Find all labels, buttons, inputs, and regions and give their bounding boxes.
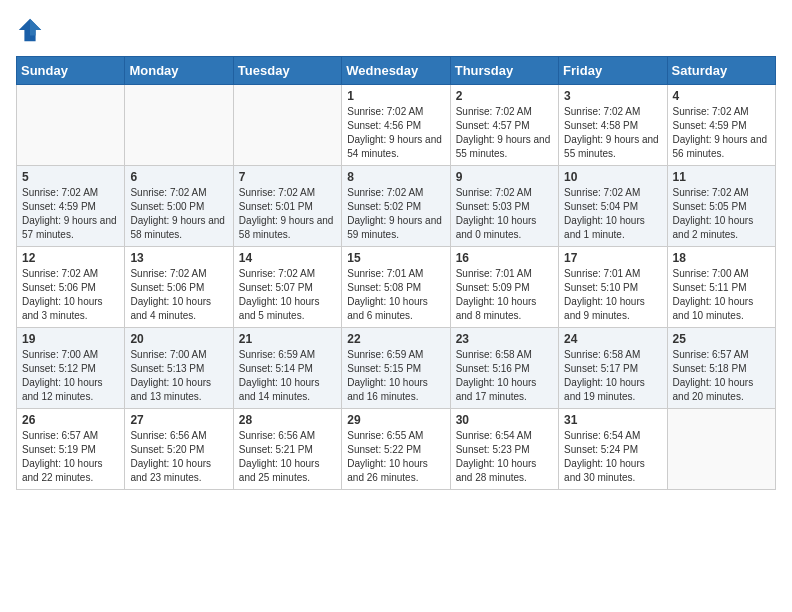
day-info: Sunrise: 7:01 AMSunset: 5:09 PMDaylight:… [456, 267, 553, 323]
day-number: 5 [22, 170, 119, 184]
day-info: Sunrise: 6:58 AMSunset: 5:17 PMDaylight:… [564, 348, 661, 404]
day-number: 24 [564, 332, 661, 346]
weekday-header: Monday [125, 57, 233, 85]
calendar-cell [667, 409, 775, 490]
day-number: 20 [130, 332, 227, 346]
day-number: 26 [22, 413, 119, 427]
day-info: Sunrise: 6:57 AMSunset: 5:18 PMDaylight:… [673, 348, 770, 404]
day-number: 18 [673, 251, 770, 265]
weekday-header: Saturday [667, 57, 775, 85]
day-number: 27 [130, 413, 227, 427]
day-info: Sunrise: 6:54 AMSunset: 5:23 PMDaylight:… [456, 429, 553, 485]
calendar-cell: 24Sunrise: 6:58 AMSunset: 5:17 PMDayligh… [559, 328, 667, 409]
day-number: 22 [347, 332, 444, 346]
day-info: Sunrise: 6:56 AMSunset: 5:21 PMDaylight:… [239, 429, 336, 485]
weekday-header: Sunday [17, 57, 125, 85]
day-info: Sunrise: 7:01 AMSunset: 5:08 PMDaylight:… [347, 267, 444, 323]
day-number: 7 [239, 170, 336, 184]
calendar-week-row: 26Sunrise: 6:57 AMSunset: 5:19 PMDayligh… [17, 409, 776, 490]
calendar-cell: 17Sunrise: 7:01 AMSunset: 5:10 PMDayligh… [559, 247, 667, 328]
day-number: 31 [564, 413, 661, 427]
day-number: 14 [239, 251, 336, 265]
calendar-cell: 8Sunrise: 7:02 AMSunset: 5:02 PMDaylight… [342, 166, 450, 247]
calendar-cell: 25Sunrise: 6:57 AMSunset: 5:18 PMDayligh… [667, 328, 775, 409]
calendar-cell: 15Sunrise: 7:01 AMSunset: 5:08 PMDayligh… [342, 247, 450, 328]
day-info: Sunrise: 6:59 AMSunset: 5:15 PMDaylight:… [347, 348, 444, 404]
calendar-cell: 10Sunrise: 7:02 AMSunset: 5:04 PMDayligh… [559, 166, 667, 247]
day-info: Sunrise: 6:57 AMSunset: 5:19 PMDaylight:… [22, 429, 119, 485]
day-number: 10 [564, 170, 661, 184]
weekday-header: Tuesday [233, 57, 341, 85]
day-number: 17 [564, 251, 661, 265]
day-number: 13 [130, 251, 227, 265]
calendar-cell: 18Sunrise: 7:00 AMSunset: 5:11 PMDayligh… [667, 247, 775, 328]
calendar-cell: 13Sunrise: 7:02 AMSunset: 5:06 PMDayligh… [125, 247, 233, 328]
day-number: 6 [130, 170, 227, 184]
day-info: Sunrise: 7:00 AMSunset: 5:13 PMDaylight:… [130, 348, 227, 404]
day-info: Sunrise: 7:02 AMSunset: 5:06 PMDaylight:… [130, 267, 227, 323]
weekday-header: Wednesday [342, 57, 450, 85]
calendar-cell: 5Sunrise: 7:02 AMSunset: 4:59 PMDaylight… [17, 166, 125, 247]
calendar-cell [233, 85, 341, 166]
calendar-week-row: 12Sunrise: 7:02 AMSunset: 5:06 PMDayligh… [17, 247, 776, 328]
day-number: 25 [673, 332, 770, 346]
calendar-cell: 29Sunrise: 6:55 AMSunset: 5:22 PMDayligh… [342, 409, 450, 490]
day-info: Sunrise: 7:02 AMSunset: 4:58 PMDaylight:… [564, 105, 661, 161]
page-header [16, 16, 776, 44]
day-number: 21 [239, 332, 336, 346]
calendar-cell: 16Sunrise: 7:01 AMSunset: 5:09 PMDayligh… [450, 247, 558, 328]
day-info: Sunrise: 7:00 AMSunset: 5:12 PMDaylight:… [22, 348, 119, 404]
calendar-week-row: 1Sunrise: 7:02 AMSunset: 4:56 PMDaylight… [17, 85, 776, 166]
calendar-cell: 3Sunrise: 7:02 AMSunset: 4:58 PMDaylight… [559, 85, 667, 166]
day-info: Sunrise: 6:58 AMSunset: 5:16 PMDaylight:… [456, 348, 553, 404]
day-number: 3 [564, 89, 661, 103]
calendar-table: SundayMondayTuesdayWednesdayThursdayFrid… [16, 56, 776, 490]
day-info: Sunrise: 7:02 AMSunset: 5:04 PMDaylight:… [564, 186, 661, 242]
day-info: Sunrise: 7:02 AMSunset: 5:06 PMDaylight:… [22, 267, 119, 323]
day-info: Sunrise: 7:01 AMSunset: 5:10 PMDaylight:… [564, 267, 661, 323]
weekday-header: Thursday [450, 57, 558, 85]
day-info: Sunrise: 7:02 AMSunset: 5:02 PMDaylight:… [347, 186, 444, 242]
calendar-cell: 14Sunrise: 7:02 AMSunset: 5:07 PMDayligh… [233, 247, 341, 328]
calendar-cell: 21Sunrise: 6:59 AMSunset: 5:14 PMDayligh… [233, 328, 341, 409]
calendar-cell: 6Sunrise: 7:02 AMSunset: 5:00 PMDaylight… [125, 166, 233, 247]
day-number: 1 [347, 89, 444, 103]
day-number: 19 [22, 332, 119, 346]
day-number: 9 [456, 170, 553, 184]
calendar-cell: 28Sunrise: 6:56 AMSunset: 5:21 PMDayligh… [233, 409, 341, 490]
logo [16, 16, 48, 44]
calendar-cell: 7Sunrise: 7:02 AMSunset: 5:01 PMDaylight… [233, 166, 341, 247]
svg-marker-1 [30, 19, 41, 36]
day-info: Sunrise: 7:02 AMSunset: 5:00 PMDaylight:… [130, 186, 227, 242]
weekday-header-row: SundayMondayTuesdayWednesdayThursdayFrid… [17, 57, 776, 85]
day-number: 12 [22, 251, 119, 265]
day-info: Sunrise: 7:00 AMSunset: 5:11 PMDaylight:… [673, 267, 770, 323]
day-number: 30 [456, 413, 553, 427]
day-info: Sunrise: 6:55 AMSunset: 5:22 PMDaylight:… [347, 429, 444, 485]
calendar-cell: 2Sunrise: 7:02 AMSunset: 4:57 PMDaylight… [450, 85, 558, 166]
calendar-cell: 30Sunrise: 6:54 AMSunset: 5:23 PMDayligh… [450, 409, 558, 490]
day-number: 8 [347, 170, 444, 184]
day-info: Sunrise: 7:02 AMSunset: 5:07 PMDaylight:… [239, 267, 336, 323]
calendar-cell [125, 85, 233, 166]
day-number: 28 [239, 413, 336, 427]
calendar-cell: 19Sunrise: 7:00 AMSunset: 5:12 PMDayligh… [17, 328, 125, 409]
day-number: 11 [673, 170, 770, 184]
calendar-week-row: 5Sunrise: 7:02 AMSunset: 4:59 PMDaylight… [17, 166, 776, 247]
calendar-cell: 20Sunrise: 7:00 AMSunset: 5:13 PMDayligh… [125, 328, 233, 409]
day-info: Sunrise: 7:02 AMSunset: 4:57 PMDaylight:… [456, 105, 553, 161]
day-info: Sunrise: 7:02 AMSunset: 4:59 PMDaylight:… [22, 186, 119, 242]
day-info: Sunrise: 6:54 AMSunset: 5:24 PMDaylight:… [564, 429, 661, 485]
day-info: Sunrise: 7:02 AMSunset: 5:01 PMDaylight:… [239, 186, 336, 242]
day-info: Sunrise: 7:02 AMSunset: 4:56 PMDaylight:… [347, 105, 444, 161]
day-number: 2 [456, 89, 553, 103]
day-number: 23 [456, 332, 553, 346]
calendar-cell: 1Sunrise: 7:02 AMSunset: 4:56 PMDaylight… [342, 85, 450, 166]
calendar-cell: 26Sunrise: 6:57 AMSunset: 5:19 PMDayligh… [17, 409, 125, 490]
calendar-cell: 31Sunrise: 6:54 AMSunset: 5:24 PMDayligh… [559, 409, 667, 490]
calendar-cell [17, 85, 125, 166]
calendar-cell: 9Sunrise: 7:02 AMSunset: 5:03 PMDaylight… [450, 166, 558, 247]
day-info: Sunrise: 7:02 AMSunset: 5:03 PMDaylight:… [456, 186, 553, 242]
calendar-cell: 11Sunrise: 7:02 AMSunset: 5:05 PMDayligh… [667, 166, 775, 247]
day-number: 29 [347, 413, 444, 427]
